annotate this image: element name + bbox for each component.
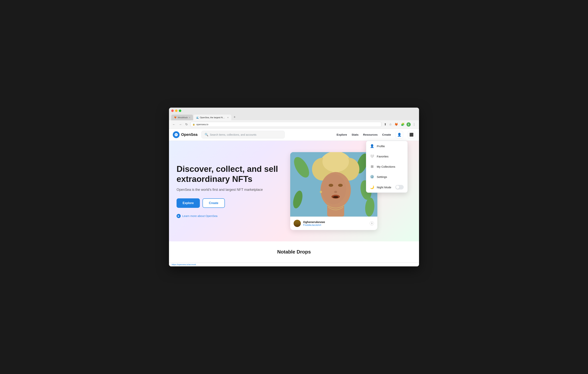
avatar-face <box>294 220 301 227</box>
opensea-logo-icon <box>173 131 179 138</box>
learn-more-text: Learn more about OpenSea <box>182 214 218 217</box>
back-button[interactable]: ← <box>172 122 176 127</box>
browser-window: 🦊 MetaMask ✕ 🌊 OpenSea, the largest NFT … <box>169 108 419 266</box>
notable-drops-section: Notable Drops <box>169 241 419 262</box>
dropdown-item-profile[interactable]: 👤 Profile <box>366 141 408 151</box>
address-bar-input-wrap[interactable]: 🔒 opensea.io <box>190 122 381 127</box>
browser-chrome: 🦊 MetaMask ✕ 🌊 OpenSea, the largest NFT … <box>169 108 419 120</box>
main-content: OpenSea 🔍 Explore Stats Resources Create… <box>169 129 419 266</box>
bookmark-button[interactable]: ☆ <box>388 122 392 127</box>
opensea-logo-text: OpenSea <box>181 132 198 137</box>
nft-image <box>290 152 377 216</box>
hero-buttons: Explore Create <box>177 198 283 208</box>
traffic-lights <box>171 109 417 112</box>
status-url: https://opensea.io/account <box>172 263 196 266</box>
settings-label: Settings <box>377 175 404 179</box>
artist-handle[interactable]: FreddieJacobArt <box>303 224 368 226</box>
close-tab-opensea[interactable]: ✕ <box>227 117 229 119</box>
browser-actions: ⬆ ☆ 🦊 🧩 E ⋮ <box>383 122 416 127</box>
metamask-extension-button[interactable]: 🦊 <box>394 122 399 127</box>
collections-icon: ⊞ <box>370 164 374 169</box>
profile-icon: 👤 <box>370 144 374 148</box>
address-bar: ← → ↻ 🔒 opensea.io ⬆ ☆ 🦊 🧩 E ⋮ <box>169 120 419 129</box>
moon-icon: 🌙 <box>370 185 374 189</box>
nightmode-label: Night Mode <box>377 186 393 189</box>
lock-icon: 🔒 <box>192 123 195 126</box>
forward-button[interactable]: → <box>178 122 183 127</box>
close-button[interactable] <box>171 109 174 112</box>
hero-subtitle: OpenSea is the world's first and largest… <box>177 187 283 192</box>
address-text: opensea.io <box>196 123 379 126</box>
nft-footer: Oghenerukevwe FreddieJacobArt ℹ <box>290 216 377 230</box>
svg-point-13 <box>329 184 333 187</box>
explore-nav-link[interactable]: Explore <box>337 133 347 136</box>
tab-opensea[interactable]: 🌊 OpenSea, the largest NFT mar... ✕ <box>193 115 231 120</box>
nft-card[interactable]: Oghenerukevwe FreddieJacobArt ℹ <box>290 152 377 230</box>
create-button[interactable]: Create <box>202 198 225 208</box>
explore-button[interactable]: Explore <box>177 198 200 208</box>
opensea-favicon: 🌊 <box>196 116 199 119</box>
dropdown-item-settings[interactable]: ⚙️ Settings <box>366 172 408 182</box>
metamask-tab-title: MetaMask <box>178 116 188 119</box>
favorites-label: Favorites <box>377 155 404 158</box>
minimize-button[interactable] <box>175 109 178 112</box>
more-options-button[interactable]: ⋮ <box>412 122 416 127</box>
resources-nav-link[interactable]: Resources <box>363 133 378 136</box>
svg-point-12 <box>321 174 346 204</box>
tab-bar: 🦊 MetaMask ✕ 🌊 OpenSea, the largest NFT … <box>171 114 417 120</box>
learn-more-link[interactable]: ▶ Learn more about OpenSea <box>177 214 283 218</box>
artist-avatar <box>294 220 301 227</box>
artist-name: Oghenerukevwe <box>303 220 368 224</box>
user-icon: 👤 <box>397 133 401 137</box>
favorites-icon: 🤍 <box>370 154 374 158</box>
maximize-button[interactable] <box>179 109 181 112</box>
extensions-button[interactable]: 🧩 <box>400 122 405 127</box>
collections-label: My Collections <box>377 165 404 168</box>
search-bar[interactable]: 🔍 <box>201 131 285 139</box>
artist-info: Oghenerukevwe FreddieJacobArt <box>303 220 368 226</box>
svg-point-14 <box>338 184 343 187</box>
user-menu-button[interactable]: 👤 <box>396 131 403 139</box>
svg-point-9 <box>322 152 349 172</box>
stats-nav-link[interactable]: Stats <box>352 133 359 136</box>
nft-artwork <box>290 152 377 216</box>
status-bar: https://opensea.io/account <box>169 262 419 266</box>
refresh-button[interactable]: ↻ <box>185 122 189 127</box>
profile-label: Profile <box>377 145 404 148</box>
wallet-button[interactable]: ⬛ <box>408 131 415 139</box>
close-tab-metamask[interactable]: ✕ <box>189 117 190 119</box>
user-dropdown-menu: 👤 Profile 🤍 Favorites ⊞ My Collections ⚙… <box>366 141 408 193</box>
hero-text: Discover, collect, and sell extraordinar… <box>177 164 283 218</box>
create-nav-link[interactable]: Create <box>382 133 391 136</box>
new-tab-button[interactable]: + <box>232 114 238 120</box>
opensea-nav: OpenSea 🔍 Explore Stats Resources Create… <box>169 129 419 141</box>
notable-drops-title: Notable Drops <box>177 249 411 255</box>
hero-title: Discover, collect, and sell extraordinar… <box>177 164 283 184</box>
wallet-icon: ⬛ <box>409 133 414 137</box>
opensea-logo-svg <box>174 133 178 137</box>
dropdown-item-favorites[interactable]: 🤍 Favorites <box>366 151 408 161</box>
opensea-tab-title: OpenSea, the largest NFT mar... <box>200 116 226 119</box>
svg-point-19 <box>320 191 322 193</box>
share-button[interactable]: ⬆ <box>383 122 387 127</box>
dropdown-item-nightmode[interactable]: 🌙 Night Mode <box>366 182 408 192</box>
profile-avatar-button[interactable]: E <box>407 122 411 127</box>
search-input[interactable] <box>210 133 282 136</box>
play-icon: ▶ <box>177 214 181 218</box>
dropdown-item-collections[interactable]: ⊞ My Collections <box>366 161 408 172</box>
nav-links: Explore Stats Resources Create 👤 ⬛ <box>337 131 415 139</box>
night-mode-toggle[interactable] <box>395 185 404 190</box>
svg-point-18 <box>333 196 338 198</box>
tab-metamask[interactable]: 🦊 MetaMask ✕ <box>171 115 193 120</box>
info-icon[interactable]: ℹ <box>370 221 374 225</box>
metamask-favicon: 🦊 <box>174 116 177 119</box>
search-icon: 🔍 <box>205 133 208 136</box>
svg-point-15 <box>334 191 337 193</box>
opensea-logo[interactable]: OpenSea <box>173 131 198 138</box>
settings-icon: ⚙️ <box>370 175 374 179</box>
